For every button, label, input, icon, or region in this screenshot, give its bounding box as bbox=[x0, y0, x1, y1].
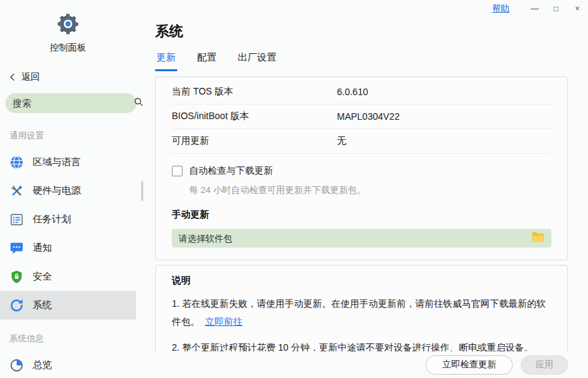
sidebar-item-notifications[interactable]: 通知 bbox=[0, 234, 136, 262]
sidebar-item-region-language[interactable]: 区域与语言 bbox=[0, 148, 136, 176]
refresh-icon bbox=[9, 298, 24, 313]
search-box[interactable] bbox=[5, 93, 137, 113]
sidebar-item-label: 任务计划 bbox=[33, 213, 71, 226]
sidebar-item-label: 硬件与电源 bbox=[33, 184, 81, 197]
footer-bar: 立即检查更新 应用 bbox=[145, 351, 588, 378]
maximize-button[interactable]: □ bbox=[545, 0, 567, 17]
chevron-left-icon bbox=[8, 73, 17, 82]
row-bios-version: BIOS/initBoot 版本 MAPL0304V22 bbox=[172, 104, 551, 129]
task-list-icon bbox=[9, 212, 24, 227]
package-selector[interactable] bbox=[172, 229, 551, 248]
update-panel: 当前 TOS 版本 6.0.610 BIOS/initBoot 版本 MAPL0… bbox=[155, 77, 568, 260]
back-button[interactable]: 返回 bbox=[8, 71, 40, 83]
sidebar-item-security[interactable]: 安全 bbox=[0, 262, 136, 291]
tools-icon bbox=[9, 184, 24, 198]
row-current-tos-version: 当前 TOS 版本 6.0.610 bbox=[172, 80, 551, 104]
back-label: 返回 bbox=[21, 71, 40, 83]
row-label: BIOS/initBoot 版本 bbox=[172, 110, 337, 122]
auto-check-row: 自动检查与下载更新 bbox=[172, 165, 551, 177]
sidebar-nav: 通用设置 区域与语言 硬件与电源 bbox=[0, 126, 145, 378]
titlebar: 帮助 — □ × bbox=[492, 0, 588, 17]
sidebar-item-task-schedule[interactable]: 任务计划 bbox=[0, 205, 136, 234]
globe-icon bbox=[9, 155, 24, 170]
auto-check-label: 自动检查与下载更新 bbox=[189, 165, 273, 177]
go-now-link[interactable]: 立即前往 bbox=[205, 316, 242, 327]
check-update-button[interactable]: 立即检查更新 bbox=[426, 355, 513, 375]
notes-title: 说明 bbox=[172, 275, 551, 287]
row-available-update: 可用更新 无 bbox=[172, 129, 551, 154]
search-input[interactable] bbox=[13, 98, 133, 108]
close-button[interactable]: × bbox=[567, 0, 588, 17]
tab-configuration[interactable]: 配置 bbox=[196, 51, 218, 71]
search-icon bbox=[133, 96, 144, 110]
auto-check-hint: 每 24 小时自动检查可用更新并下载更新包。 bbox=[189, 184, 551, 196]
sidebar-item-label: 安全 bbox=[33, 270, 52, 283]
row-value: 无 bbox=[337, 135, 346, 147]
tab-factory-settings[interactable]: 出厂设置 bbox=[236, 51, 278, 71]
sidebar-item-label: 区域与语言 bbox=[33, 156, 81, 168]
shield-icon bbox=[9, 270, 24, 284]
sidebar-item-label: 通知 bbox=[33, 242, 52, 254]
sidebar-item-overview[interactable]: 总览 bbox=[0, 351, 136, 378]
row-value: 6.0.610 bbox=[337, 87, 368, 97]
app-brand: 控制面板 bbox=[0, 12, 136, 54]
section-general-settings: 通用设置 bbox=[0, 126, 145, 148]
sidebar-item-label: 总览 bbox=[33, 359, 52, 371]
overview-icon bbox=[9, 358, 24, 373]
tab-update[interactable]: 更新 bbox=[155, 51, 177, 71]
app-title: 控制面板 bbox=[0, 42, 136, 54]
section-system-info: 系统信息 bbox=[0, 329, 145, 351]
sidebar-item-label: 系统 bbox=[33, 299, 52, 311]
help-link[interactable]: 帮助 bbox=[492, 3, 509, 15]
apply-button[interactable]: 应用 bbox=[521, 355, 568, 375]
minimize-button[interactable]: — bbox=[524, 0, 545, 17]
sidebar-scrollbar-thumb[interactable] bbox=[141, 181, 143, 201]
manual-update-title: 手动更新 bbox=[172, 209, 551, 221]
note-1: 1. 若在线更新失败，请使用手动更新。在使用手动更新前，请前往铁威马官网下载最新… bbox=[172, 295, 551, 331]
browse-button[interactable] bbox=[526, 232, 545, 245]
sidebar-item-hardware-power[interactable]: 硬件与电源 bbox=[0, 176, 136, 205]
folder-icon bbox=[531, 232, 545, 245]
row-label: 当前 TOS 版本 bbox=[172, 86, 337, 98]
sidebar-item-system[interactable]: 系统 bbox=[0, 291, 136, 319]
tab-bar: 更新 配置 出厂设置 bbox=[155, 51, 278, 71]
gear-icon bbox=[56, 12, 80, 39]
auto-check-checkbox[interactable] bbox=[172, 166, 182, 176]
chat-bubble-icon bbox=[9, 241, 24, 256]
row-label: 可用更新 bbox=[172, 135, 337, 147]
page-title: 系统 bbox=[155, 22, 183, 41]
sidebar: 控制面板 返回 通用设置 区域与语言 bbox=[0, 0, 145, 378]
package-input[interactable] bbox=[178, 234, 526, 244]
row-value: MAPL0304V22 bbox=[337, 111, 400, 122]
